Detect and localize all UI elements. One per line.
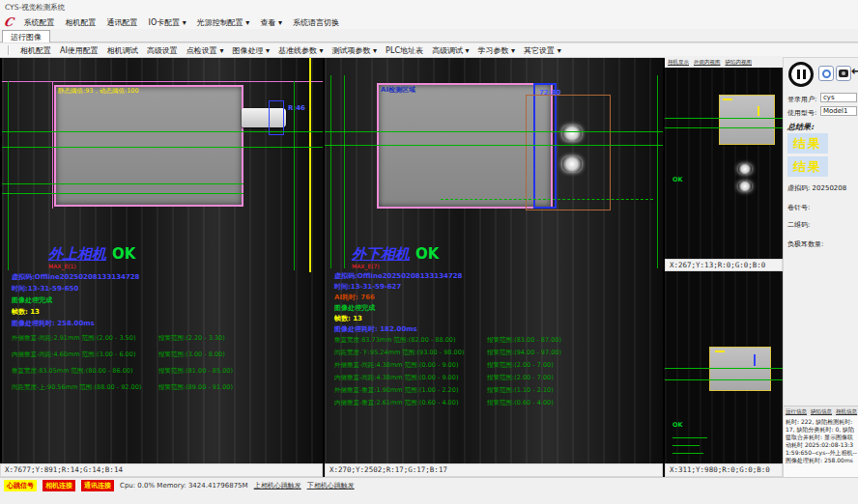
- toolbar-grip: [8, 45, 10, 55]
- measurement-value: 内侧垂直-间距:4.60mm 范围:(3.00 - 6.00): [12, 350, 135, 359]
- camera-snapshot-button[interactable]: [836, 66, 851, 81]
- camera-result-ok: OK: [112, 245, 135, 263]
- tool-image-processing[interactable]: 图像处理 ▾: [232, 45, 270, 56]
- measurement-row: 间距宽度-上:90.56mm 范围:(88.00 - 92.00) 报警范围:(…: [12, 383, 323, 393]
- green-guide-line: [657, 75, 658, 268]
- right-view-tab-defect[interactable]: 缺陷内视图: [726, 59, 753, 66]
- info-panel: 运行信息 缺陷信息 相机信息 耗时: 222, 缺陷检测耗时: 17, 缺陷分类…: [784, 406, 858, 477]
- measurement-value: 垂直宽度:83.73mm 范围:(82.00 - 88.00): [334, 336, 455, 345]
- green-measure-line: [2, 147, 323, 148]
- right-view-tab-outer[interactable]: 外观内视图: [694, 59, 721, 66]
- tab-run-image[interactable]: 运行图像: [2, 30, 50, 43]
- logout-arrow-button[interactable]: ←: [851, 64, 858, 78]
- bright-feature: [562, 156, 582, 172]
- magenta-guide-line: [52, 81, 53, 209]
- measurement-alarm: 报警范围:(2.20 - 3.30): [158, 334, 225, 343]
- workpiece-region: [54, 85, 243, 207]
- frame-count-line: 帧数: 13: [12, 307, 40, 317]
- menu-system-config[interactable]: 系统配置: [24, 17, 55, 28]
- camera-thumb-bottom[interactable]: OK: [665, 271, 783, 463]
- trigger-note: MAX_E(1): [48, 263, 76, 269]
- menu-io-config[interactable]: IO卡配置 ▾: [149, 17, 186, 28]
- green-measure-line: [665, 379, 783, 380]
- model-field[interactable]: Model1: [820, 106, 857, 116]
- trigger-note: MAX_E(7): [352, 263, 380, 269]
- tool-plc-address[interactable]: PLC地址表: [386, 45, 423, 56]
- camera-view-lower-outer[interactable]: AI检测区域 72:80 外下相机OK MAX_E(7) 虚拟码:Offline…: [325, 58, 663, 463]
- measurement-alarm: 报警范围:(81.00 - 85.00): [158, 367, 233, 376]
- tool-other-settings[interactable]: 其它设置 ▾: [524, 45, 561, 56]
- green-guide-line: [8, 81, 9, 270]
- time-line: 时间:13-31-59-650: [12, 284, 78, 294]
- measurement-row: 间距宽度-下:95.24mm 范围:(93.00 - 98.00) 报警范围:(…: [334, 349, 653, 358]
- process-status-line: 图像处理完成: [334, 303, 375, 313]
- green-measure-line: [665, 368, 783, 369]
- measurement-alarm: 报警范围:(83.00 - 87.00): [487, 336, 561, 345]
- measurement-alarm: 报警范围:(3.00 - 8.00): [158, 350, 225, 359]
- menu-language-switch[interactable]: 系统语言切换: [293, 17, 339, 28]
- green-dashed-line: [441, 199, 653, 200]
- measurement-alarm: 报警范围:(89.00 - 91.00): [158, 383, 233, 392]
- blue-roi-box: [269, 100, 284, 135]
- app-logo-icon: C: [3, 17, 14, 27]
- green-measure-line: [325, 145, 663, 146]
- lower-camera-heartbeat-link[interactable]: 下相机心跳触发: [307, 481, 355, 490]
- measurement-row: 内侧垂直-间距:4.60mm 范围:(3.00 - 6.00) 报警范围:(3.…: [12, 350, 323, 360]
- measurement-alarm: 报警范围:(1.10 - 2.10): [487, 386, 554, 395]
- measurement-row: 外侧垂直-间距:4.38mm 范围:(0.00 - 9.00) 报警范围:(2.…: [334, 361, 653, 371]
- camera-view-upper-outer[interactable]: 静态阈值:93，动态阈值:100 R:46 外上相机OK MAX_E(1) 虚拟…: [2, 58, 323, 463]
- measurement-value: 内侧垂直-垂直:2.61mm 范围:(0.60 - 4.00): [334, 399, 458, 407]
- info-tab-defect[interactable]: 缺陷信息: [811, 408, 832, 415]
- measurement-value: 间距宽度-下:95.24mm 范围:(93.00 - 98.00): [334, 349, 464, 357]
- result-box-lower: 结果: [787, 156, 828, 177]
- camera-thumb-top[interactable]: OK: [665, 68, 783, 259]
- tool-ai-use-config[interactable]: AI使用配置: [60, 45, 99, 56]
- measurement-alarm: 报警范围:(94.00 - 97.00): [487, 349, 561, 357]
- pixel-status-left: X:7677;Y:891;R:14;G:14;B:14: [0, 463, 323, 477]
- camera-name: 外上相机: [48, 245, 106, 263]
- info-tab-run[interactable]: 运行信息: [786, 408, 807, 415]
- tool-camera-debug[interactable]: 相机调试: [107, 45, 138, 56]
- tool-advanced-settings[interactable]: 高级设置: [147, 45, 178, 56]
- measurement-row: 内侧垂直-垂直:2.61mm 范围:(0.60 - 4.00) 报警范围:(0.…: [334, 399, 653, 408]
- measurement-row: 外侧垂直-间距:2.91mm 范围:(2.00 - 3.50) 报警范围:(2.…: [12, 334, 323, 344]
- tool-advanced-debug[interactable]: 高级调试 ▾: [432, 45, 470, 56]
- measurement-value: 间距宽度-上:90.56mm 范围:(88.00 - 92.00): [12, 383, 141, 392]
- right-view-tab-camera[interactable]: 相机显示: [668, 59, 689, 66]
- menu-view[interactable]: 查看 ▾: [260, 17, 282, 28]
- titlebar: CYS-视觉检测系统: [0, 0, 858, 15]
- green-measure-line: [2, 193, 243, 194]
- needle-number-label: 卷针号:: [787, 203, 810, 212]
- ai-elapsed-line: AI耗时: 766: [334, 293, 375, 302]
- green-guide-line: [344, 75, 345, 268]
- yellow-tick: [758, 106, 759, 116]
- green-measure-line: [665, 127, 783, 128]
- menubar: C 系统配置 相机配置 通讯配置 IO卡配置 ▾ 光源控制配置 ▾ 查看 ▾ 系…: [0, 15, 858, 29]
- info-tab-camera[interactable]: 相机信息: [836, 408, 857, 415]
- green-guide-line: [294, 81, 295, 270]
- green-measure-line: [2, 131, 323, 132]
- login-user-field[interactable]: cys: [820, 93, 857, 102]
- menu-comm-config[interactable]: 通讯配置: [107, 17, 138, 28]
- measurement-value: 内侧垂直-间距:4.38mm 范围:(0.00 - 9.00): [334, 374, 458, 382]
- tool-spot-check[interactable]: 点检设置 ▾: [186, 45, 224, 56]
- camera-icon: [839, 70, 848, 77]
- ai-region-label: AI检测区域: [381, 85, 415, 95]
- virtual-code-label: 虚拟码: 20250208: [787, 183, 846, 193]
- pause-button[interactable]: [788, 62, 814, 87]
- virtual-code-line: 虚拟码:Offline20250208133134728: [334, 271, 463, 281]
- measurement-value: 外侧垂直-间距:2.91mm 范围:(2.00 - 3.50): [12, 334, 135, 343]
- tool-camera-config[interactable]: 相机配置: [20, 45, 51, 56]
- light-toggle-button[interactable]: [818, 66, 834, 81]
- upper-camera-heartbeat-link[interactable]: 上相机心跳触发: [254, 481, 301, 490]
- bright-feature: [738, 182, 752, 191]
- login-user-label: 登录用户:: [787, 95, 816, 104]
- virtual-code-line: 虚拟码:Offline20250208133134728: [12, 272, 140, 282]
- tool-learning-params[interactable]: 学习参数 ▾: [478, 45, 516, 56]
- menu-light-config[interactable]: 光源控制配置 ▾: [197, 17, 250, 28]
- frame-count-line: 帧数: 13: [334, 314, 362, 323]
- menu-camera-config[interactable]: 相机配置: [66, 17, 97, 28]
- tool-baseline-params[interactable]: 基准线参数 ▾: [278, 45, 324, 56]
- workpiece-region-small: [719, 95, 775, 145]
- tool-test-params[interactable]: 测试项参数 ▾: [332, 45, 378, 56]
